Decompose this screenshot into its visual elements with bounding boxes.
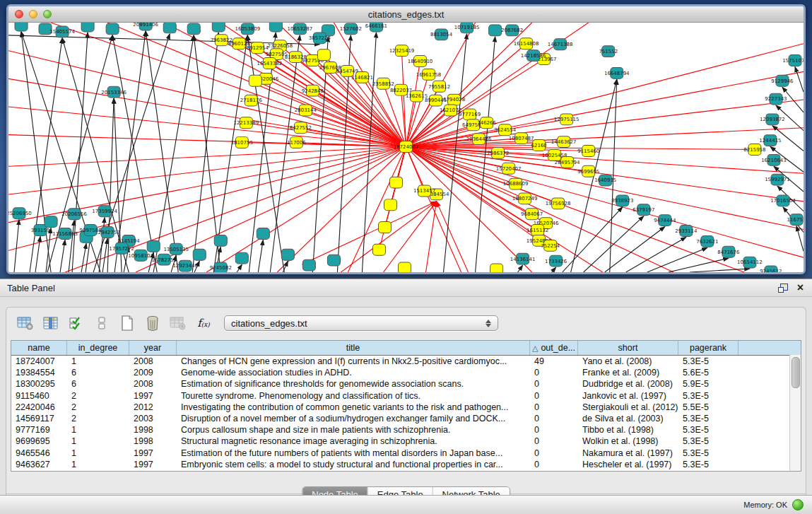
graph-node-label: 2933114 (675, 228, 698, 234)
graph-node-label: 16543382 (257, 61, 283, 66)
table-vertical-scrollbar[interactable] (789, 355, 801, 471)
column-visibility-icon[interactable] (40, 314, 61, 332)
memory-status-label: Memory: OK (743, 501, 787, 509)
cell-short: Wolkin et al. (1998) (578, 436, 678, 446)
graph-node-label: 10719185 (454, 25, 480, 30)
graph-node-label: 8215958 (743, 147, 765, 153)
zoom-window-icon[interactable] (43, 10, 52, 18)
citation-edge-black (795, 66, 804, 92)
graph-node[interactable] (302, 259, 315, 271)
graph-node[interactable] (187, 23, 200, 35)
column-header-name[interactable]: name (11, 341, 67, 355)
graph-node[interactable] (193, 249, 206, 260)
column-header-short[interactable]: short (578, 341, 678, 355)
graph-node[interactable] (378, 222, 391, 233)
column-header-title[interactable]: title (177, 341, 530, 355)
column-header-out_de[interactable]: △out_de... (530, 341, 578, 355)
citation-edge-black (518, 265, 523, 272)
cell-year: 1998 (129, 436, 177, 446)
function-builder-icon[interactable]: f(x) (193, 314, 214, 332)
graph-node-label: 17016504 (770, 198, 796, 204)
graph-node-label: 2087682 (501, 28, 523, 33)
graph-node[interactable] (15, 23, 28, 31)
graph-node[interactable] (147, 240, 160, 252)
cell-year: 1998 (129, 425, 177, 435)
select-rows-icon[interactable] (66, 314, 87, 332)
graph-node[interactable] (81, 23, 94, 32)
graph-node[interactable] (490, 264, 503, 272)
citation-edge-black (237, 264, 242, 272)
graph-node[interactable] (269, 23, 282, 32)
close-window-icon[interactable] (15, 10, 23, 18)
graph-node[interactable] (249, 75, 261, 86)
graph-node-label: 16961758 (416, 72, 442, 78)
table-row[interactable]: 946362711997Embryonic stem cells: a mode… (11, 459, 801, 470)
window-controls (8, 6, 52, 22)
network-window[interactable]: citations_edges.txt 18724007796382289601… (6, 4, 806, 274)
graph-node-label: 8427552 (290, 125, 312, 131)
graph-node[interactable] (212, 23, 225, 32)
cell-year: 2009 (129, 368, 177, 378)
new-column-icon[interactable] (117, 314, 138, 332)
graph-node[interactable] (281, 249, 294, 260)
table-row[interactable]: 911546021997Tourette syndrome. Phenomeno… (11, 390, 801, 402)
table-selector-dropdown[interactable]: citations_edges.txt (224, 315, 498, 331)
citation-edge-black (605, 227, 665, 272)
cell-year: 1997 (129, 460, 177, 469)
graph-node-label: 15720407 (496, 166, 522, 172)
cell-out_de: 0 (530, 414, 578, 424)
table-row[interactable]: 2242004622012Investigating the contribut… (11, 402, 801, 413)
citation-edge-black (60, 240, 65, 272)
float-panel-icon[interactable] (778, 284, 787, 292)
cell-in_degree: 6 (67, 368, 129, 378)
cell-in_degree: 1 (67, 448, 129, 458)
cell-year: 2008 (129, 356, 177, 366)
graph-node-label: 17359924 (92, 209, 117, 214)
column-header-year[interactable]: year (129, 341, 177, 355)
network-view-canvas[interactable]: 1872400779638228960128891295423226058982… (8, 23, 804, 272)
column-header-in_degree[interactable]: in_degree (67, 341, 129, 355)
table-row[interactable]: 977716911998Corpus callosum shape and si… (11, 424, 801, 436)
citation-edge-black (35, 236, 40, 272)
graph-node[interactable] (317, 49, 330, 61)
table-row[interactable]: 946554611997Estimation of the future num… (11, 448, 801, 459)
graph-node[interactable] (214, 235, 227, 246)
close-panel-icon[interactable]: × (797, 284, 804, 292)
graph-node[interactable] (489, 25, 502, 36)
network-window-titlebar[interactable]: citations_edges.txt (8, 6, 804, 23)
graph-node-label: 9699695 (577, 169, 599, 175)
table-row[interactable]: 1456911722003Disruption of a novel membe… (11, 413, 801, 424)
table-settings-icon[interactable] (15, 314, 36, 332)
graph-node[interactable] (257, 228, 269, 240)
scrollbar-thumb[interactable] (792, 357, 800, 388)
graph-node-label: 16053809 (235, 26, 260, 32)
cell-pagerank: 5.3E-5 (678, 460, 739, 469)
clear-selection-icon[interactable] (91, 314, 112, 332)
graph-node-label: 13505135 (163, 247, 189, 252)
graph-node[interactable] (106, 23, 119, 35)
cell-in_degree: 2 (67, 402, 129, 412)
graph-node[interactable] (398, 262, 411, 272)
graph-node-label: 9245612 (760, 269, 782, 272)
column-header-pagerank[interactable]: pagerank (678, 341, 739, 355)
graph-node[interactable] (235, 252, 248, 264)
delete-column-icon[interactable] (142, 314, 163, 332)
table-row[interactable]: 1938455462009Genome-wide association stu… (11, 367, 801, 378)
graph-node[interactable] (327, 255, 340, 266)
graph-node[interactable] (384, 199, 396, 211)
graph-node-label: 8454749 (336, 69, 358, 74)
table-row[interactable]: 1830029562008Estimation of significance … (11, 378, 801, 390)
graph-node-label: 10807487 (509, 136, 534, 141)
graph-node[interactable] (45, 216, 57, 228)
cell-short: Jankovic et al. (1997) (578, 391, 678, 401)
graph-node[interactable] (372, 244, 385, 255)
graph-node[interactable] (389, 177, 402, 188)
minimize-window-icon[interactable] (29, 10, 37, 18)
graph-node[interactable] (163, 23, 176, 33)
delete-table-icon[interactable] (167, 314, 189, 332)
cell-out_de: 0 (530, 460, 578, 469)
cell-title: Structural magnetic resonance image aver… (177, 436, 530, 446)
graph-node-label: 7632621 (696, 239, 718, 245)
table-row[interactable]: 1872400712008Changes of HCN gene express… (11, 356, 801, 367)
table-row[interactable]: 969969511998Structural magnetic resonanc… (11, 436, 801, 447)
